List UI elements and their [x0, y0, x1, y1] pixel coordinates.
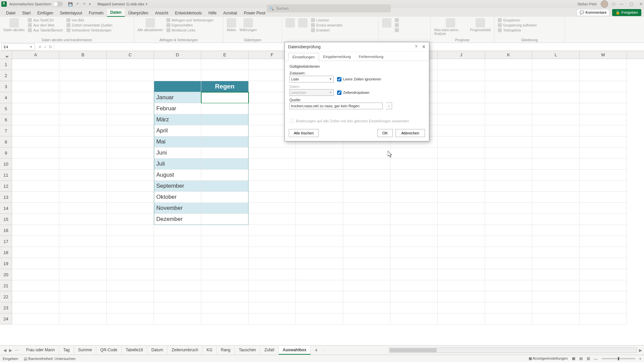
- cell[interactable]: März: [154, 114, 201, 125]
- cell[interactable]: [390, 291, 438, 302]
- tab-formeln[interactable]: Formeln: [86, 9, 107, 17]
- maximize-icon[interactable]: ▢: [630, 2, 633, 6]
- cell[interactable]: [532, 81, 580, 92]
- cell[interactable]: [12, 214, 59, 225]
- redo-icon[interactable]: ↷: [83, 2, 86, 6]
- qat-dropdown-icon[interactable]: ▾: [89, 2, 91, 6]
- whatif-button[interactable]: Was-wäre-wenn-Analyse: [434, 18, 467, 36]
- cell[interactable]: [12, 170, 59, 181]
- cell[interactable]: [201, 170, 249, 181]
- zulassen-select[interactable]: Liste▼: [289, 76, 334, 82]
- cell[interactable]: [343, 291, 390, 302]
- cell[interactable]: [343, 214, 390, 225]
- cell[interactable]: [59, 70, 107, 81]
- autosave-toggle[interactable]: Automatisches Speichern: [9, 2, 63, 6]
- cell[interactable]: [438, 302, 485, 313]
- col-header[interactable]: E: [201, 51, 249, 59]
- cell[interactable]: [390, 170, 438, 181]
- cell[interactable]: [201, 214, 249, 225]
- horizontal-scrollbar[interactable]: [389, 348, 637, 353]
- cell[interactable]: [59, 81, 107, 92]
- cell[interactable]: [12, 203, 59, 214]
- dup-icon[interactable]: [395, 23, 399, 27]
- cell[interactable]: [438, 81, 485, 92]
- cell[interactable]: [390, 181, 438, 192]
- row-header[interactable]: 3: [0, 81, 12, 92]
- workbook-links[interactable]: Workbook Links: [166, 28, 214, 32]
- cell[interactable]: [438, 192, 485, 203]
- cell[interactable]: [59, 170, 107, 181]
- cell[interactable]: [249, 247, 296, 258]
- range-picker-icon[interactable]: ↕: [386, 103, 392, 109]
- cell[interactable]: [201, 269, 249, 280]
- cell[interactable]: [154, 59, 201, 70]
- aus-dem-web[interactable]: Aus dem Web: [28, 23, 63, 27]
- cell[interactable]: [532, 181, 580, 192]
- cell[interactable]: [201, 291, 249, 302]
- cell[interactable]: [107, 181, 154, 192]
- cell[interactable]: [580, 170, 627, 181]
- cell[interactable]: [485, 59, 532, 70]
- cell[interactable]: [485, 313, 532, 324]
- cell[interactable]: [107, 291, 154, 302]
- cell[interactable]: [296, 159, 343, 170]
- display-settings[interactable]: ▦ Anzeigeeinstellungen: [529, 356, 568, 361]
- cell[interactable]: [296, 170, 343, 181]
- cell[interactable]: [343, 258, 390, 269]
- cell[interactable]: [485, 147, 532, 159]
- dialog-tab-fehlermeldung[interactable]: Fehlermeldung: [355, 53, 387, 61]
- cell[interactable]: [12, 136, 59, 147]
- cell[interactable]: [107, 136, 154, 147]
- cell[interactable]: [249, 181, 296, 192]
- cell[interactable]: [580, 103, 627, 114]
- cell[interactable]: [59, 291, 107, 302]
- row-header[interactable]: 6: [0, 114, 12, 125]
- cell[interactable]: [154, 302, 201, 313]
- cell[interactable]: [12, 291, 59, 302]
- row-header[interactable]: 5: [0, 103, 12, 114]
- cell[interactable]: [12, 147, 59, 159]
- cell[interactable]: [201, 258, 249, 269]
- cell[interactable]: [59, 103, 107, 114]
- cell[interactable]: Dezember: [154, 214, 201, 225]
- row-header[interactable]: 20: [0, 269, 12, 280]
- sheet-tab[interactable]: Frau oder Mann: [22, 346, 59, 355]
- col-header[interactable]: J: [438, 51, 485, 59]
- cell[interactable]: [296, 181, 343, 192]
- cell[interactable]: [343, 192, 390, 203]
- cell[interactable]: [12, 225, 59, 236]
- cell[interactable]: [154, 70, 201, 81]
- sheet-tab[interactable]: KG: [203, 346, 217, 355]
- cell[interactable]: August: [154, 170, 201, 181]
- cell[interactable]: [485, 136, 532, 147]
- cell[interactable]: [438, 136, 485, 147]
- cell[interactable]: [438, 236, 485, 247]
- erneut-anwenden[interactable]: Erneut anwenden: [311, 23, 342, 27]
- cell[interactable]: [249, 170, 296, 181]
- cell[interactable]: [59, 192, 107, 203]
- cell[interactable]: [201, 313, 249, 324]
- cell[interactable]: [532, 225, 580, 236]
- cell[interactable]: [532, 136, 580, 147]
- cell[interactable]: [249, 313, 296, 324]
- cell[interactable]: [296, 269, 343, 280]
- cell[interactable]: [154, 81, 201, 92]
- tab-einfuegen[interactable]: Einfügen: [34, 9, 56, 17]
- cell[interactable]: [59, 114, 107, 125]
- row-header[interactable]: 18: [0, 247, 12, 258]
- cell[interactable]: [532, 214, 580, 225]
- cell[interactable]: [343, 225, 390, 236]
- zuletzt-quellen[interactable]: Zuletzt verwendete Quellen: [66, 23, 113, 27]
- cell[interactable]: November: [154, 203, 201, 214]
- cell[interactable]: [438, 214, 485, 225]
- cell[interactable]: [343, 313, 390, 324]
- cell[interactable]: [107, 313, 154, 324]
- cell[interactable]: Oktober: [154, 192, 201, 203]
- cell[interactable]: [485, 181, 532, 192]
- cell[interactable]: [59, 313, 107, 324]
- sheet-tab[interactable]: Zeilenumbruch: [168, 346, 203, 355]
- cell[interactable]: [12, 192, 59, 203]
- fx-icon[interactable]: fx: [49, 45, 52, 49]
- cell[interactable]: [249, 192, 296, 203]
- cell[interactable]: [580, 181, 627, 192]
